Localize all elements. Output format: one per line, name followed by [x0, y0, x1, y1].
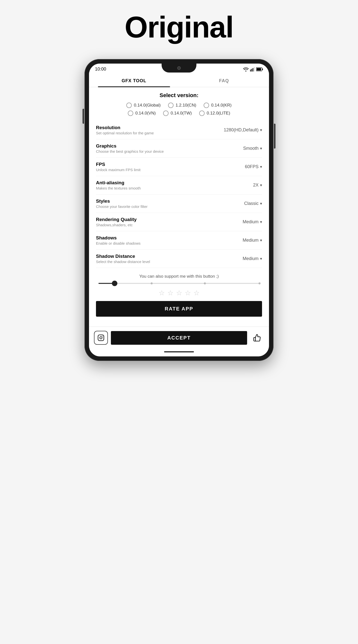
- setting-shadow-distance-label: Shadow Distance: [96, 254, 243, 259]
- setting-rendering-quality-label: Rendering Quality: [96, 217, 243, 222]
- svg-rect-1: [251, 69, 252, 72]
- version-row-1: 0.14.0(Global) 1.2.10(CN) 0.14.0(KR): [96, 102, 262, 108]
- setting-antialiasing-label: Anti-aliasing: [96, 180, 253, 186]
- setting-antialiasing: Anti-aliasing Makes the textures smooth …: [96, 176, 262, 194]
- status-time: 10:00: [95, 66, 106, 72]
- svg-rect-0: [250, 70, 251, 72]
- tab-faq[interactable]: FAQ: [179, 74, 269, 87]
- setting-shadow-distance: Shadow Distance Select the shadow distan…: [96, 250, 262, 268]
- thumbsup-icon: [253, 334, 261, 342]
- svg-point-8: [100, 336, 102, 339]
- star-rating[interactable]: ☆ ☆ ☆ ☆ ☆: [96, 289, 262, 297]
- status-icons: [243, 67, 263, 72]
- slider-tick-2: [204, 282, 206, 284]
- setting-styles-desc: Choose your favorite color filter: [96, 204, 244, 208]
- setting-resolution-info: Resolution Set optimal resolution for th…: [96, 125, 224, 135]
- radio-global[interactable]: [126, 102, 132, 108]
- support-text: You can also support me with this button…: [96, 274, 262, 279]
- tab-bar: GFX TOOL FAQ: [89, 74, 269, 87]
- chevron-down-icon: ▾: [260, 238, 262, 243]
- camera-dot: [177, 66, 181, 70]
- setting-resolution: Resolution Set optimal resolution for th…: [96, 121, 262, 139]
- setting-shadows-value: Medium: [243, 238, 259, 243]
- setting-fps-info: FPS Unlock maximum FPS limit: [96, 162, 245, 172]
- notch: [162, 64, 196, 72]
- setting-fps-label: FPS: [96, 162, 245, 167]
- version-kr[interactable]: 0.14.0(KR): [204, 102, 231, 108]
- setting-shadows-desc: Enable or disable shadows: [96, 241, 243, 246]
- setting-styles: Styles Choose your favorite color filter…: [96, 194, 262, 213]
- version-tw[interactable]: 0.14.0(TW): [163, 110, 192, 116]
- thumbsup-button[interactable]: [250, 331, 264, 345]
- svg-rect-2: [253, 68, 253, 72]
- slider-track: [99, 283, 259, 284]
- star-4[interactable]: ☆: [185, 289, 191, 297]
- setting-antialiasing-dropdown[interactable]: 2X ▾: [253, 182, 262, 188]
- setting-graphics-label: Graphics: [96, 143, 243, 149]
- setting-rendering-quality: Rendering Quality Shadows,shaders, etc M…: [96, 213, 262, 231]
- version-lite-label: 0.12.0(LITE): [207, 111, 230, 116]
- instagram-button[interactable]: [94, 331, 108, 345]
- home-indicator: [89, 349, 269, 356]
- setting-antialiasing-value: 2X: [253, 182, 259, 188]
- svg-rect-5: [262, 68, 263, 70]
- version-cn[interactable]: 1.2.10(CN): [168, 102, 196, 108]
- accept-button[interactable]: ACCEPT: [111, 331, 247, 345]
- chevron-down-icon: ▾: [260, 146, 262, 151]
- svg-rect-3: [254, 67, 255, 72]
- radio-lite[interactable]: [199, 110, 205, 116]
- setting-shadow-distance-value: Medium: [243, 256, 259, 261]
- setting-shadow-distance-desc: Select the shadow distance level: [96, 260, 243, 264]
- setting-shadow-distance-info: Shadow Distance Select the shadow distan…: [96, 254, 243, 264]
- bottom-bar: ACCEPT: [89, 326, 269, 349]
- setting-fps-value: 60FPS: [245, 164, 259, 170]
- slider-tick-1: [151, 282, 153, 284]
- star-5[interactable]: ☆: [193, 289, 200, 297]
- setting-shadows-dropdown[interactable]: Medium ▾: [243, 238, 262, 243]
- setting-graphics-dropdown[interactable]: Smooth ▾: [243, 146, 262, 151]
- setting-graphics: Graphics Choose the best graphics for yo…: [96, 139, 262, 158]
- status-bar: 10:00: [89, 64, 269, 74]
- side-button-left: [83, 109, 84, 124]
- wifi-icon: [243, 67, 249, 72]
- chevron-down-icon: ▾: [260, 201, 262, 206]
- setting-styles-info: Styles Choose your favorite color filter: [96, 198, 244, 208]
- version-lite[interactable]: 0.12.0(LITE): [199, 110, 230, 116]
- signal-icon: [250, 67, 255, 72]
- star-1[interactable]: ☆: [159, 289, 165, 297]
- version-global[interactable]: 0.14.0(Global): [126, 102, 161, 108]
- version-vn[interactable]: 0.14.0(VN): [128, 110, 156, 116]
- version-grid: 0.14.0(Global) 1.2.10(CN) 0.14.0(KR) 0.1…: [96, 102, 262, 116]
- chevron-down-icon: ▾: [260, 128, 262, 132]
- star-2[interactable]: ☆: [167, 289, 174, 297]
- phone-screen: 10:00: [89, 64, 269, 356]
- setting-graphics-desc: Choose the best graphics for your device: [96, 149, 243, 154]
- tab-gfx-tool[interactable]: GFX TOOL: [89, 74, 179, 87]
- setting-rendering-quality-dropdown[interactable]: Medium ▾: [243, 219, 262, 224]
- version-tw-label: 0.14.0(TW): [171, 111, 192, 116]
- rate-app-button[interactable]: RATE APP: [96, 301, 262, 317]
- svg-point-9: [102, 336, 103, 336]
- radio-tw[interactable]: [163, 110, 169, 116]
- setting-styles-dropdown[interactable]: Classic ▾: [244, 201, 262, 206]
- star-3[interactable]: ☆: [176, 289, 182, 297]
- radio-kr[interactable]: [204, 102, 209, 108]
- setting-resolution-label: Resolution: [96, 125, 224, 130]
- setting-fps-dropdown[interactable]: 60FPS ▾: [245, 164, 262, 170]
- setting-shadow-distance-dropdown[interactable]: Medium ▾: [243, 256, 262, 261]
- setting-resolution-dropdown[interactable]: 1280(HD,Default) ▾: [224, 128, 262, 132]
- setting-graphics-value: Smooth: [243, 146, 259, 151]
- setting-fps-desc: Unlock maximum FPS limit: [96, 168, 245, 172]
- slider-container[interactable]: [96, 283, 262, 284]
- setting-antialiasing-desc: Makes the textures smooth: [96, 186, 253, 190]
- setting-antialiasing-info: Anti-aliasing Makes the textures smooth: [96, 180, 253, 190]
- radio-vn[interactable]: [128, 110, 133, 116]
- radio-cn[interactable]: [168, 102, 174, 108]
- setting-rendering-quality-value: Medium: [243, 219, 259, 224]
- slider-thumb[interactable]: [112, 281, 117, 286]
- setting-shadows-info: Shadows Enable or disable shadows: [96, 235, 243, 246]
- instagram-icon: [98, 334, 104, 341]
- chevron-down-icon: ▾: [260, 220, 262, 224]
- page-title: Original: [125, 10, 233, 44]
- home-bar: [164, 351, 194, 352]
